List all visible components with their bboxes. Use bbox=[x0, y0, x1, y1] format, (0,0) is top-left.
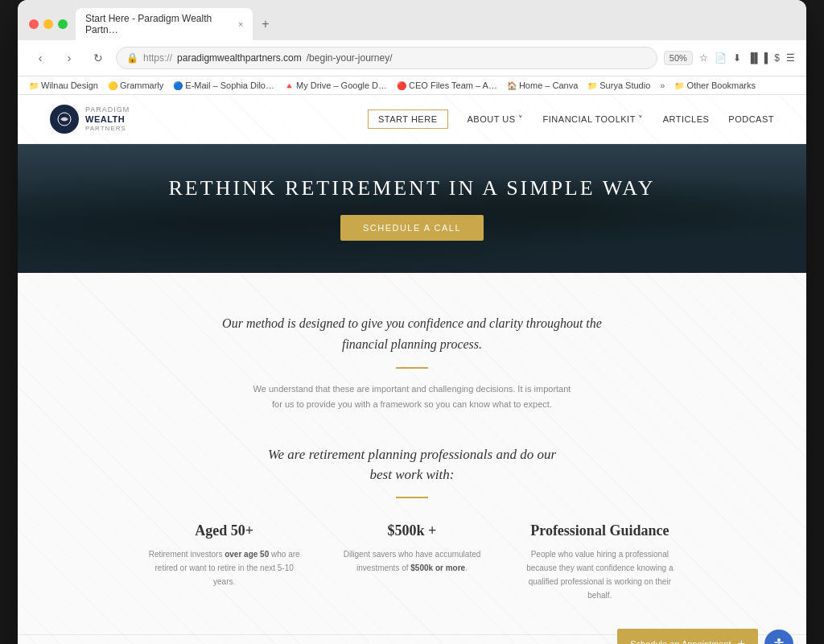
url-domain: paradigmwealthpartners.com bbox=[177, 52, 302, 64]
svg-point-1 bbox=[777, 638, 781, 642]
column-guidance-desc: People who value hiring a professional b… bbox=[522, 547, 678, 602]
schedule-call-button[interactable]: SCHEDULE A CALL bbox=[340, 215, 484, 241]
column-aged-desc: Retirement investors over age 50 who are… bbox=[146, 547, 302, 588]
plus-icon: + bbox=[738, 637, 745, 644]
more-bookmarks-button[interactable]: » bbox=[660, 80, 665, 90]
new-tab-button[interactable]: + bbox=[256, 14, 275, 34]
hero-title: RETHINK RETIREMENT IN A SIMPLE WAY bbox=[169, 176, 656, 200]
currency-icon[interactable]: $ bbox=[774, 52, 780, 64]
accessibility-icon[interactable] bbox=[764, 630, 793, 644]
schedule-appointment-label: Schedule an Appointment bbox=[630, 639, 731, 644]
lock-icon: 🔒 bbox=[126, 52, 138, 64]
folder-icon2: 📁 bbox=[587, 81, 597, 90]
schedule-appointment-button[interactable]: Schedule an Appointment + bbox=[617, 629, 758, 644]
column-aged: Aged 50+ Retirement investors over age 5… bbox=[130, 522, 318, 602]
nav-financial-toolkit[interactable]: FINANCIAL TOOLKIT ˅ bbox=[543, 114, 644, 125]
column-500k-desc: Diligent savers who have accumulated inv… bbox=[334, 547, 489, 575]
logo-text: PARADIGM WEALTH PARTNERS bbox=[85, 105, 130, 133]
reader-mode-icon[interactable]: 📄 bbox=[715, 52, 727, 64]
url-path: /begin-your-journey/ bbox=[307, 52, 393, 64]
website-content: PARADIGM WEALTH PARTNERS START HERE ABOU… bbox=[18, 95, 806, 644]
bookmark-surya[interactable]: 📁 Surya Studio bbox=[587, 80, 650, 90]
address-bar[interactable]: 🔒 https://paradigmwealthpartners.com/beg… bbox=[116, 47, 657, 69]
tab-close-button[interactable]: × bbox=[238, 20, 243, 29]
nav-articles[interactable]: ARTICLES bbox=[663, 114, 710, 124]
bookmark-ceo[interactable]: 🔴 CEO Files Team – A… bbox=[397, 80, 497, 90]
bookmark-label: E-Mail – Sophia Dilo… bbox=[185, 80, 274, 90]
back-button[interactable]: ‹ bbox=[29, 47, 52, 69]
drive-icon: 🔺 bbox=[284, 81, 294, 90]
nav-about-us[interactable]: ABOUT US ˅ bbox=[468, 114, 524, 125]
floating-cta: Schedule an Appointment + bbox=[617, 629, 793, 644]
nav-start-here[interactable]: START HERE bbox=[368, 109, 447, 129]
website: PARADIGM WEALTH PARTNERS START HERE ABOU… bbox=[18, 95, 806, 644]
folder-icon: 📁 bbox=[29, 81, 39, 90]
logo-sub: PARTNERS bbox=[85, 125, 130, 133]
confidence-tagline: Our method is designed to give you confi… bbox=[219, 313, 605, 354]
browser-nav-bar: ‹ › ↻ 🔒 https://paradigmwealthpartners.c… bbox=[18, 40, 806, 76]
bookmark-star-icon[interactable]: ☆ bbox=[699, 52, 708, 64]
site-header: PARADIGM WEALTH PARTNERS START HERE ABOU… bbox=[18, 95, 806, 144]
divider-2 bbox=[396, 497, 428, 498]
email-icon: 🔵 bbox=[173, 81, 183, 90]
nav-right-controls: 50% ☆ 📄 ⬇ ▐▌▐ $ ☰ bbox=[664, 51, 795, 65]
site-logo[interactable]: PARADIGM WEALTH PARTNERS bbox=[50, 105, 130, 134]
column-500k: $500k + Diligent savers who have accumul… bbox=[318, 522, 505, 602]
other-bookmarks[interactable]: 📁 Other Bookmarks bbox=[674, 80, 756, 90]
confidence-description: We understand that these are important a… bbox=[251, 382, 573, 411]
browser-tab[interactable]: Start Here - Paradigm Wealth Partn… × bbox=[76, 8, 253, 40]
hero-content: RETHINK RETIREMENT IN A SIMPLE WAY SCHED… bbox=[169, 176, 656, 241]
bookmark-drive[interactable]: 🔺 My Drive – Google D… bbox=[284, 80, 387, 90]
logo-icon bbox=[50, 105, 79, 134]
column-guidance: Professional Guidance People who value h… bbox=[506, 522, 694, 602]
canva-icon: 🏠 bbox=[507, 81, 517, 90]
maximize-window-button[interactable] bbox=[58, 19, 68, 29]
tabs-row: Start Here - Paradigm Wealth Partn… × + bbox=[76, 8, 795, 40]
column-500k-title: $500k + bbox=[334, 522, 489, 539]
confidence-section: Our method is designed to give you confi… bbox=[18, 273, 806, 634]
nav-podcast[interactable]: PODCAST bbox=[728, 114, 774, 124]
bookmark-label: My Drive – Google D… bbox=[296, 80, 387, 90]
column-aged-title: Aged 50+ bbox=[146, 522, 302, 539]
bookmark-label: Wilnau Design bbox=[41, 80, 98, 90]
bookmarks-bar: 📁 Wilnau Design 🟡 Grammarly 🔵 E-Mail – S… bbox=[18, 76, 806, 95]
bookmark-email[interactable]: 🔵 E-Mail – Sophia Dilo… bbox=[173, 80, 274, 90]
folder-icon3: 📁 bbox=[674, 81, 684, 90]
title-bar: Start Here - Paradigm Wealth Partn… × + bbox=[18, 0, 806, 40]
traffic-lights bbox=[29, 19, 68, 29]
bookmark-grammarly[interactable]: 🟡 Grammarly bbox=[108, 80, 163, 90]
minimize-window-button[interactable] bbox=[43, 19, 53, 29]
hero-section: RETHINK RETIREMENT IN A SIMPLE WAY SCHED… bbox=[18, 144, 806, 273]
ceo-icon: 🔴 bbox=[397, 81, 406, 90]
bookmark-label: Grammarly bbox=[120, 80, 163, 90]
forward-button[interactable]: › bbox=[58, 47, 80, 69]
best-work-columns: Aged 50+ Retirement investors over age 5… bbox=[130, 522, 694, 602]
zoom-level[interactable]: 50% bbox=[664, 51, 693, 65]
divider-1 bbox=[396, 367, 428, 369]
logo-top: PARADIGM bbox=[85, 105, 130, 114]
logo-main: WEALTH bbox=[85, 114, 130, 125]
url-protocol: https:// bbox=[143, 52, 172, 64]
download-icon[interactable]: ⬇ bbox=[733, 52, 741, 64]
bookmark-label: Other Bookmarks bbox=[686, 80, 756, 90]
bookmark-wilnau[interactable]: 📁 Wilnau Design bbox=[29, 80, 98, 90]
bookmark-canva[interactable]: 🏠 Home – Canva bbox=[507, 80, 578, 90]
bookmark-label: Surya Studio bbox=[599, 80, 650, 90]
bookmark-label: CEO Files Team – A… bbox=[409, 80, 497, 90]
refresh-button[interactable]: ↻ bbox=[87, 47, 109, 69]
site-nav: START HERE ABOUT US ˅ FINANCIAL TOOLKIT … bbox=[368, 109, 774, 129]
bookmark-label: Home – Canva bbox=[519, 80, 578, 90]
menu-icon[interactable]: ☰ bbox=[786, 52, 795, 64]
column-guidance-title: Professional Guidance bbox=[522, 522, 678, 539]
extensions-icon[interactable]: ▐▌▐ bbox=[748, 52, 768, 64]
best-work-heading: We are retirement planning professionals… bbox=[259, 444, 565, 485]
close-window-button[interactable] bbox=[29, 19, 39, 29]
tab-title: Start Here - Paradigm Wealth Partn… bbox=[85, 13, 233, 35]
grammarly-icon: 🟡 bbox=[108, 81, 117, 90]
